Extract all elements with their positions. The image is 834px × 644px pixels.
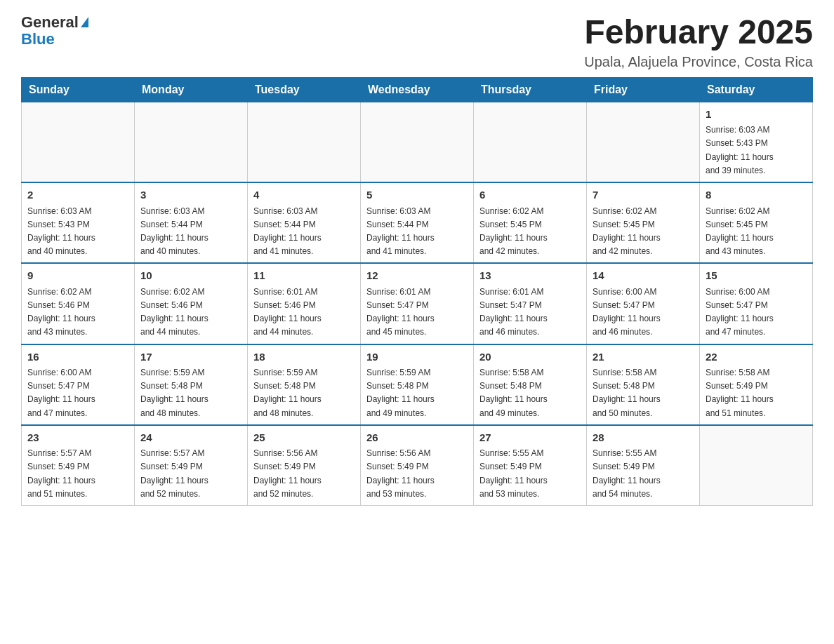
- day-info: Sunrise: 5:57 AMSunset: 5:49 PMDaylight:…: [27, 447, 128, 501]
- day-number: 3: [140, 187, 241, 203]
- calendar-cell: 5Sunrise: 6:03 AMSunset: 5:44 PMDaylight…: [361, 182, 474, 263]
- day-number: 24: [140, 430, 241, 446]
- calendar-week-row: 2Sunrise: 6:03 AMSunset: 5:43 PMDaylight…: [22, 182, 813, 263]
- day-info: Sunrise: 6:02 AMSunset: 5:45 PMDaylight:…: [479, 205, 581, 259]
- day-info: Sunrise: 5:59 AMSunset: 5:48 PMDaylight:…: [140, 366, 241, 420]
- logo-general-text: General: [21, 14, 79, 31]
- day-info: Sunrise: 6:03 AMSunset: 5:44 PMDaylight:…: [253, 205, 355, 259]
- day-info: Sunrise: 5:58 AMSunset: 5:48 PMDaylight:…: [593, 366, 694, 420]
- day-number: 11: [253, 268, 355, 284]
- day-number: 15: [706, 268, 807, 284]
- day-info: Sunrise: 6:03 AMSunset: 5:44 PMDaylight:…: [140, 205, 241, 259]
- day-number: 12: [366, 268, 468, 284]
- calendar-cell: 18Sunrise: 5:59 AMSunset: 5:48 PMDayligh…: [248, 344, 361, 425]
- day-number: 2: [27, 187, 128, 203]
- day-number: 6: [479, 187, 581, 203]
- title-block: February 2025 Upala, Alajuela Province, …: [584, 14, 813, 70]
- day-info: Sunrise: 6:02 AMSunset: 5:46 PMDaylight:…: [140, 286, 241, 340]
- calendar-header-wednesday: Wednesday: [361, 77, 474, 102]
- calendar-week-row: 1Sunrise: 6:03 AMSunset: 5:43 PMDaylight…: [22, 102, 813, 182]
- calendar-cell: 26Sunrise: 5:56 AMSunset: 5:49 PMDayligh…: [361, 425, 474, 506]
- calendar-cell: [22, 102, 135, 182]
- day-number: 9: [27, 268, 128, 284]
- calendar-cell: 28Sunrise: 5:55 AMSunset: 5:49 PMDayligh…: [587, 425, 700, 506]
- calendar-cell: 8Sunrise: 6:02 AMSunset: 5:45 PMDaylight…: [700, 182, 813, 263]
- calendar-table: SundayMondayTuesdayWednesdayThursdayFrid…: [21, 77, 813, 506]
- calendar-cell: 23Sunrise: 5:57 AMSunset: 5:49 PMDayligh…: [22, 425, 135, 506]
- day-number: 5: [366, 187, 468, 203]
- calendar-cell: 17Sunrise: 5:59 AMSunset: 5:48 PMDayligh…: [135, 344, 248, 425]
- day-info: Sunrise: 5:56 AMSunset: 5:49 PMDaylight:…: [253, 447, 355, 501]
- calendar-cell: 14Sunrise: 6:00 AMSunset: 5:47 PMDayligh…: [587, 263, 700, 344]
- day-info: Sunrise: 6:03 AMSunset: 5:44 PMDaylight:…: [366, 205, 468, 259]
- day-info: Sunrise: 6:00 AMSunset: 5:47 PMDaylight:…: [27, 366, 128, 420]
- day-info: Sunrise: 6:02 AMSunset: 5:46 PMDaylight:…: [27, 286, 128, 340]
- day-info: Sunrise: 5:58 AMSunset: 5:48 PMDaylight:…: [479, 366, 581, 420]
- calendar-cell: 13Sunrise: 6:01 AMSunset: 5:47 PMDayligh…: [474, 263, 587, 344]
- calendar-cell: 21Sunrise: 5:58 AMSunset: 5:48 PMDayligh…: [587, 344, 700, 425]
- day-number: 7: [593, 187, 694, 203]
- calendar-header-thursday: Thursday: [474, 77, 587, 102]
- calendar-cell: 24Sunrise: 5:57 AMSunset: 5:49 PMDayligh…: [135, 425, 248, 506]
- day-info: Sunrise: 6:00 AMSunset: 5:47 PMDaylight:…: [706, 286, 807, 340]
- day-number: 26: [366, 430, 468, 446]
- calendar-cell: 11Sunrise: 6:01 AMSunset: 5:46 PMDayligh…: [248, 263, 361, 344]
- calendar-header-monday: Monday: [135, 77, 248, 102]
- calendar-cell: 9Sunrise: 6:02 AMSunset: 5:46 PMDaylight…: [22, 263, 135, 344]
- day-info: Sunrise: 5:59 AMSunset: 5:48 PMDaylight:…: [366, 366, 468, 420]
- calendar-cell: 27Sunrise: 5:55 AMSunset: 5:49 PMDayligh…: [474, 425, 587, 506]
- day-number: 20: [479, 349, 581, 365]
- calendar-cell: 25Sunrise: 5:56 AMSunset: 5:49 PMDayligh…: [248, 425, 361, 506]
- day-number: 27: [479, 430, 581, 446]
- calendar-cell: 19Sunrise: 5:59 AMSunset: 5:48 PMDayligh…: [361, 344, 474, 425]
- calendar-cell: 1Sunrise: 6:03 AMSunset: 5:43 PMDaylight…: [700, 102, 813, 182]
- calendar-cell: 10Sunrise: 6:02 AMSunset: 5:46 PMDayligh…: [135, 263, 248, 344]
- calendar-week-row: 16Sunrise: 6:00 AMSunset: 5:47 PMDayligh…: [22, 344, 813, 425]
- day-number: 18: [253, 349, 355, 365]
- day-info: Sunrise: 6:03 AMSunset: 5:43 PMDaylight:…: [27, 205, 128, 259]
- calendar-cell: [361, 102, 474, 182]
- calendar-cell: [587, 102, 700, 182]
- calendar-week-row: 23Sunrise: 5:57 AMSunset: 5:49 PMDayligh…: [22, 425, 813, 506]
- day-number: 1: [706, 107, 807, 123]
- day-info: Sunrise: 6:01 AMSunset: 5:46 PMDaylight:…: [253, 286, 355, 340]
- day-number: 13: [479, 268, 581, 284]
- day-number: 22: [706, 349, 807, 365]
- day-info: Sunrise: 6:01 AMSunset: 5:47 PMDaylight:…: [479, 286, 581, 340]
- calendar-cell: [248, 102, 361, 182]
- calendar-cell: [474, 102, 587, 182]
- day-info: Sunrise: 5:57 AMSunset: 5:49 PMDaylight:…: [140, 447, 241, 501]
- calendar-header-tuesday: Tuesday: [248, 77, 361, 102]
- calendar-header-sunday: Sunday: [22, 77, 135, 102]
- day-number: 16: [27, 349, 128, 365]
- day-number: 23: [27, 430, 128, 446]
- day-info: Sunrise: 6:00 AMSunset: 5:47 PMDaylight:…: [593, 286, 694, 340]
- calendar-cell: 22Sunrise: 5:58 AMSunset: 5:49 PMDayligh…: [700, 344, 813, 425]
- logo-blue-text: Blue: [21, 31, 55, 48]
- logo-triangle-icon: [81, 17, 88, 27]
- day-info: Sunrise: 6:01 AMSunset: 5:47 PMDaylight:…: [366, 286, 468, 340]
- calendar-cell: 2Sunrise: 6:03 AMSunset: 5:43 PMDaylight…: [22, 182, 135, 263]
- calendar-header-friday: Friday: [587, 77, 700, 102]
- calendar-week-row: 9Sunrise: 6:02 AMSunset: 5:46 PMDaylight…: [22, 263, 813, 344]
- calendar-cell: 20Sunrise: 5:58 AMSunset: 5:48 PMDayligh…: [474, 344, 587, 425]
- month-title: February 2025: [584, 14, 813, 51]
- day-info: Sunrise: 5:58 AMSunset: 5:49 PMDaylight:…: [706, 366, 807, 420]
- day-info: Sunrise: 5:55 AMSunset: 5:49 PMDaylight:…: [479, 447, 581, 501]
- day-number: 10: [140, 268, 241, 284]
- day-info: Sunrise: 6:02 AMSunset: 5:45 PMDaylight:…: [706, 205, 807, 259]
- logo: General Blue: [21, 14, 88, 48]
- day-number: 14: [593, 268, 694, 284]
- day-info: Sunrise: 5:56 AMSunset: 5:49 PMDaylight:…: [366, 447, 468, 501]
- calendar-cell: 12Sunrise: 6:01 AMSunset: 5:47 PMDayligh…: [361, 263, 474, 344]
- calendar-cell: 4Sunrise: 6:03 AMSunset: 5:44 PMDaylight…: [248, 182, 361, 263]
- calendar-header-row: SundayMondayTuesdayWednesdayThursdayFrid…: [22, 77, 813, 102]
- calendar-header-saturday: Saturday: [700, 77, 813, 102]
- day-number: 25: [253, 430, 355, 446]
- calendar-cell: [700, 425, 813, 506]
- day-number: 17: [140, 349, 241, 365]
- day-info: Sunrise: 5:59 AMSunset: 5:48 PMDaylight:…: [253, 366, 355, 420]
- page-header: General Blue February 2025 Upala, Alajue…: [21, 14, 813, 70]
- calendar-cell: [135, 102, 248, 182]
- calendar-cell: 15Sunrise: 6:00 AMSunset: 5:47 PMDayligh…: [700, 263, 813, 344]
